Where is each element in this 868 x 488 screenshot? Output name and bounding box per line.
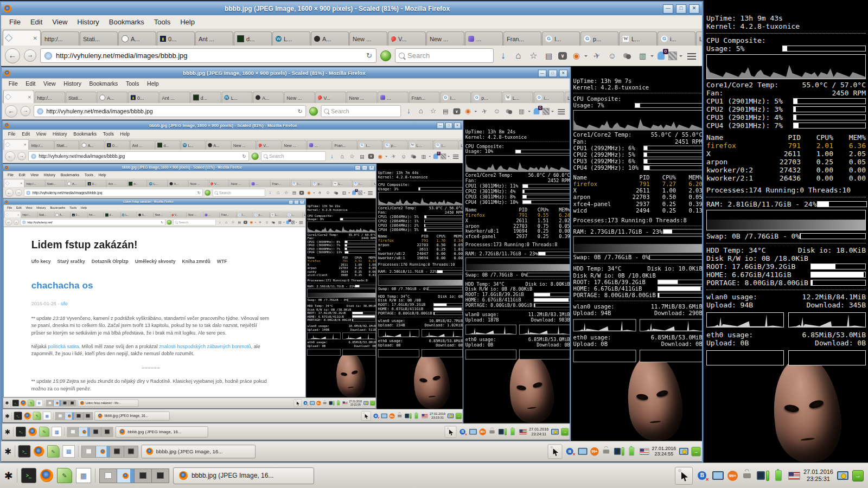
system-load-icon — [614, 446, 624, 457]
ghostery-icon[interactable]: 0 — [658, 52, 665, 60]
image-grid-icon[interactable] — [668, 52, 677, 60]
browser-tab[interactable]: V... — [388, 31, 426, 46]
process-row: X26111.512.02 — [465, 218, 570, 223]
browser-tab[interactable]: Lide... — [696, 31, 702, 46]
chart-icon — [88, 182, 91, 185]
swap-row: Swap: 0B /7.76GiB - 0% — [706, 232, 866, 240]
browser-tab[interactable]: New ... — [426, 31, 464, 46]
us-flag-icon[interactable] — [788, 472, 800, 480]
system-tray: 99+27.01.201623:24:55 — [548, 444, 701, 459]
forward-button[interactable] — [24, 49, 36, 62]
workspace-1[interactable] — [100, 469, 117, 483]
leafpad-launcher-icon[interactable] — [57, 468, 72, 483]
foxyproxy-icon[interactable] — [571, 50, 582, 62]
workspace-3[interactable] — [135, 469, 152, 483]
menu-history[interactable]: History — [72, 16, 104, 28]
cpu-core-row: CPU3 (2992MHz): 6% — [573, 158, 702, 164]
browser-tab[interactable]: 0... — [157, 31, 195, 46]
browser-tab[interactable] — [3, 30, 41, 46]
logout-icon[interactable] — [852, 470, 864, 481]
colorzilla-icon[interactable] — [622, 50, 633, 62]
home-icon[interactable] — [513, 50, 524, 62]
minimize-button[interactable] — [663, 4, 673, 14]
menu-tools[interactable]: Tools — [149, 16, 175, 28]
document-launcher-icon[interactable] — [76, 468, 91, 483]
url-bar[interactable]: http://vyhuleny.net/media/images/bbbb.jp… — [40, 48, 376, 63]
menu-help[interactable]: Help — [175, 16, 200, 28]
cpu-core-row: CPU1 (2992MHz): 6% — [573, 145, 702, 151]
browser-tab[interactable]: L... — [272, 31, 310, 46]
workspace-2[interactable] — [117, 469, 135, 483]
battery-icon[interactable] — [773, 470, 785, 482]
bookmarks-menu-icon[interactable] — [543, 50, 554, 62]
back-button[interactable] — [5, 48, 20, 63]
browser-tab[interactable]: ... — [465, 31, 503, 46]
menu-bookmarks[interactable]: Bookmarks — [104, 16, 149, 28]
maximize-button[interactable] — [676, 4, 686, 14]
load-bar-glyph — [410, 413, 411, 419]
wallet-monitor-icon[interactable] — [837, 470, 849, 482]
battery-glyph — [510, 428, 515, 435]
workspace-pager — [81, 445, 138, 457]
browser-tab[interactable]: d... — [234, 31, 272, 46]
browser-tab[interactable]: L... — [619, 31, 657, 46]
send-icon[interactable] — [591, 50, 603, 62]
download-icon[interactable] — [497, 50, 509, 62]
cpu-history-graph — [573, 110, 702, 130]
archive-icon[interactable] — [637, 50, 648, 62]
menu-view[interactable]: View — [47, 16, 72, 28]
pocket-icon[interactable] — [558, 52, 567, 60]
workspace-4[interactable] — [152, 469, 169, 483]
search-input[interactable]: Search — [395, 48, 494, 63]
browser-tab[interactable]: i... — [658, 31, 695, 46]
dropdown-caret-icon[interactable] — [584, 55, 588, 59]
separator: ====== — [31, 364, 271, 371]
notifications-badge[interactable]: 99+ — [727, 471, 738, 481]
browser-tab[interactable]: A... — [118, 31, 156, 46]
browser-tab[interactable]: http:/... — [41, 31, 79, 46]
bar-fill — [353, 312, 363, 314]
terminal-launcher-icon[interactable] — [21, 468, 36, 483]
browser-tab[interactable]: I... — [542, 31, 580, 46]
workspace-2 — [79, 427, 90, 436]
navigation-toolbar: http://vyhuleny.net/media/images/bbbb.jp… — [3, 150, 463, 163]
close-button[interactable] — [689, 4, 699, 14]
close-tab-icon[interactable] — [33, 35, 37, 41]
task-button[interactable]: bbbb.jpg (JPEG Image, 16... — [173, 467, 314, 484]
dropdown-caret-icon[interactable] — [650, 55, 654, 59]
search-placeholder: Search — [178, 221, 188, 224]
browser-tab[interactable]: A... — [311, 31, 349, 46]
graph-path — [707, 314, 783, 327]
divider — [573, 226, 702, 226]
browser-tab: ... — [203, 212, 220, 218]
menu-file[interactable]: File — [4, 16, 25, 28]
panel-menu-icon[interactable] — [4, 470, 13, 482]
browser-tab[interactable]: Ant ... — [195, 31, 233, 46]
url-bar: http://vyhuleny.net/media/images/bbbb.jp… — [34, 105, 306, 117]
menu-edit[interactable]: Edit — [25, 16, 47, 28]
smiley-icon[interactable] — [607, 50, 618, 62]
reload-icon[interactable] — [366, 52, 372, 60]
workspace-pager[interactable] — [99, 468, 169, 483]
display-settings-icon[interactable] — [712, 470, 724, 482]
browser-tab[interactable]: New ... — [349, 31, 387, 46]
image-view[interactable]: UpTime: 13h 9m 7sKernel: 4.2.8-tuxoniceC… — [1, 66, 702, 462]
system-load-icon[interactable] — [757, 470, 769, 482]
ram-bar — [437, 270, 463, 273]
bluetooth-icon[interactable] — [696, 470, 709, 482]
browser-tab[interactable]: Fran... — [503, 31, 541, 46]
screenshot-tray-button[interactable] — [675, 467, 693, 485]
addon-orb-icon[interactable] — [380, 50, 391, 61]
browser-tab[interactable]: p... — [580, 31, 618, 46]
terminal-launcher-icon — [12, 400, 19, 406]
network-monitor-icon[interactable] — [741, 470, 754, 482]
dropdown-caret-icon[interactable] — [679, 55, 682, 59]
taskbar-clock[interactable]: 27.01.201623:25:31 — [803, 468, 833, 482]
bookmark-star-icon[interactable] — [528, 50, 539, 62]
bluetooth-icon — [303, 400, 308, 406]
filesystem-bar — [352, 312, 376, 314]
wlan-upload: Upload: 234B — [378, 323, 405, 328]
browser-tab[interactable]: Stati... — [80, 31, 118, 46]
menu-button[interactable] — [687, 53, 696, 54]
firefox-launcher-icon[interactable] — [40, 469, 53, 482]
